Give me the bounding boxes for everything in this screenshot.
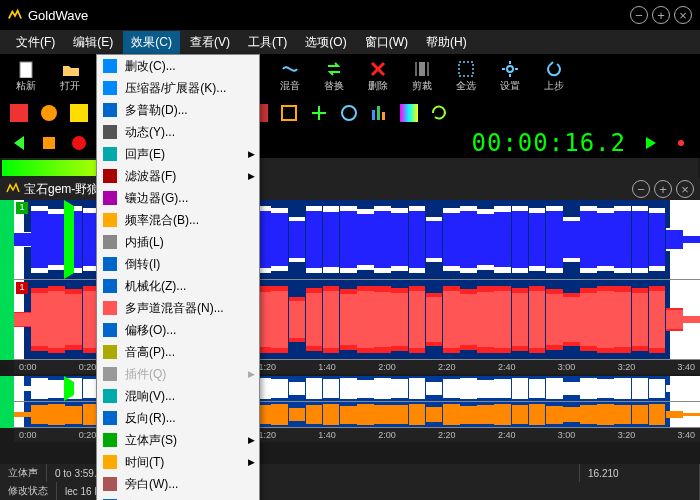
wave-minimize-button[interactable]: − <box>632 180 650 198</box>
menu-item[interactable]: 滤波器(F)▶ <box>97 165 259 187</box>
undo-button[interactable]: 上步 <box>534 57 574 95</box>
menu-item[interactable]: 压缩器/扩展器(K)... <box>97 77 259 99</box>
spectrum-icon[interactable] <box>396 100 422 126</box>
svg-rect-46 <box>103 279 117 293</box>
svg-rect-44 <box>103 235 117 249</box>
menu-item[interactable]: 回声(E)▶ <box>97 143 259 165</box>
menu-item[interactable]: 效果(C) <box>123 31 180 54</box>
fx-icon-10[interactable] <box>276 100 302 126</box>
menu-item[interactable]: 偏移(O)... <box>97 319 259 341</box>
menu-item[interactable]: 镶边器(G)... <box>97 187 259 209</box>
menu-item[interactable]: 多声道混音器(N)... <box>97 297 259 319</box>
menu-item[interactable]: 动态(Y)... <box>97 121 259 143</box>
svg-rect-55 <box>103 477 117 491</box>
trim-button[interactable]: 剪裁 <box>402 57 442 95</box>
play-prev-icon[interactable] <box>6 130 32 156</box>
equalizer-icon[interactable] <box>366 100 392 126</box>
menu-item[interactable]: 帮助(H) <box>418 31 475 54</box>
svg-rect-48 <box>103 323 117 337</box>
maximize-button[interactable]: + <box>652 6 670 24</box>
svg-rect-41 <box>103 169 117 183</box>
menu-item[interactable]: 查看(V) <box>182 31 238 54</box>
svg-rect-39 <box>103 125 117 139</box>
menu-item[interactable]: 立体声(S)▶ <box>97 429 259 451</box>
effects-menu-dropdown: 删改(C)...压缩器/扩展器(K)...多普勒(D)...动态(Y)...回声… <box>96 54 260 500</box>
svg-point-28 <box>72 136 86 150</box>
svg-rect-11 <box>10 104 28 122</box>
menu-item[interactable]: 编辑(E) <box>65 31 121 54</box>
status-dot-icon <box>668 130 694 156</box>
playhead-icon[interactable] <box>64 200 74 279</box>
svg-rect-38 <box>103 103 117 117</box>
svg-rect-42 <box>103 191 117 205</box>
svg-rect-9 <box>459 62 473 76</box>
svg-point-10 <box>507 66 513 72</box>
menu-item[interactable]: 工具(T) <box>240 31 295 54</box>
svg-rect-43 <box>103 213 117 227</box>
menu-item[interactable]: 频率混合(B)... <box>97 209 259 231</box>
svg-rect-50 <box>103 367 117 381</box>
menu-item[interactable]: 选项(O) <box>297 31 354 54</box>
paste-new-button[interactable]: 粘新 <box>6 57 46 95</box>
menu-item[interactable]: 音量(U)▶ <box>97 495 259 500</box>
menu-item[interactable]: 删改(C)... <box>97 55 259 77</box>
loop-icon[interactable] <box>426 100 452 126</box>
title-bar: GoldWave − + × <box>0 0 700 30</box>
svg-rect-23 <box>377 106 380 120</box>
svg-rect-37 <box>103 81 117 95</box>
svg-point-21 <box>342 106 356 120</box>
fx-icon-11[interactable] <box>306 100 332 126</box>
status-channels: 立体声 <box>0 464 47 482</box>
fx-icon-2[interactable] <box>36 100 62 126</box>
stop-red-icon[interactable] <box>36 130 62 156</box>
menu-item[interactable]: 反向(R)... <box>97 407 259 429</box>
menu-item[interactable]: 混响(V)... <box>97 385 259 407</box>
channel-gutter <box>0 200 14 360</box>
svg-point-12 <box>41 105 57 121</box>
replace-button[interactable]: 替换 <box>314 57 354 95</box>
svg-rect-51 <box>103 389 117 403</box>
settings-button[interactable]: 设置 <box>490 57 530 95</box>
svg-rect-0 <box>20 62 32 78</box>
svg-marker-34 <box>646 137 656 149</box>
svg-rect-40 <box>103 147 117 161</box>
channel-label-left: 1 <box>16 202 28 214</box>
menu-item[interactable]: 时间(T)▶ <box>97 451 259 473</box>
record-icon[interactable] <box>66 130 92 156</box>
menu-item[interactable]: 旁白(W)... <box>97 473 259 495</box>
fx-icon-12[interactable] <box>336 100 362 126</box>
select-all-button[interactable]: 全选 <box>446 57 486 95</box>
menu-item[interactable]: 倒转(I) <box>97 253 259 275</box>
menu-item[interactable]: 多普勒(D)... <box>97 99 259 121</box>
svg-rect-54 <box>103 455 117 469</box>
svg-point-35 <box>678 140 684 146</box>
menu-item[interactable]: 音高(P)... <box>97 341 259 363</box>
menu-item[interactable]: 窗口(W) <box>357 31 416 54</box>
svg-rect-27 <box>43 137 55 149</box>
close-button[interactable]: × <box>674 6 692 24</box>
svg-rect-49 <box>103 345 117 359</box>
status-position: 16.210 <box>580 464 700 482</box>
fx-icon-3[interactable] <box>66 100 92 126</box>
svg-rect-53 <box>103 433 117 447</box>
wave-maximize-button[interactable]: + <box>654 180 672 198</box>
svg-rect-20 <box>282 106 296 120</box>
status-modify: 修改状态 <box>0 482 57 500</box>
fx-icon-1[interactable] <box>6 100 32 126</box>
timecode-display: 00:00:16.2 <box>464 129 635 157</box>
menu-item[interactable]: 机械化(Z)... <box>97 275 259 297</box>
delete-button[interactable]: 删除 <box>358 57 398 95</box>
wave-close-button[interactable]: × <box>676 180 694 198</box>
menu-item[interactable]: 内插(L) <box>97 231 259 253</box>
open-button[interactable]: 打开 <box>50 57 90 95</box>
svg-rect-52 <box>103 411 117 425</box>
mix-button[interactable]: 混音 <box>270 57 310 95</box>
play-green-icon[interactable] <box>638 130 664 156</box>
svg-rect-36 <box>103 59 117 73</box>
channel-label-right: 1 <box>16 282 28 294</box>
svg-rect-47 <box>103 301 117 315</box>
menu-item: 插件(Q)▶ <box>97 363 259 385</box>
minimize-button[interactable]: − <box>630 6 648 24</box>
svg-rect-45 <box>103 257 117 271</box>
menu-item[interactable]: 文件(F) <box>8 31 63 54</box>
